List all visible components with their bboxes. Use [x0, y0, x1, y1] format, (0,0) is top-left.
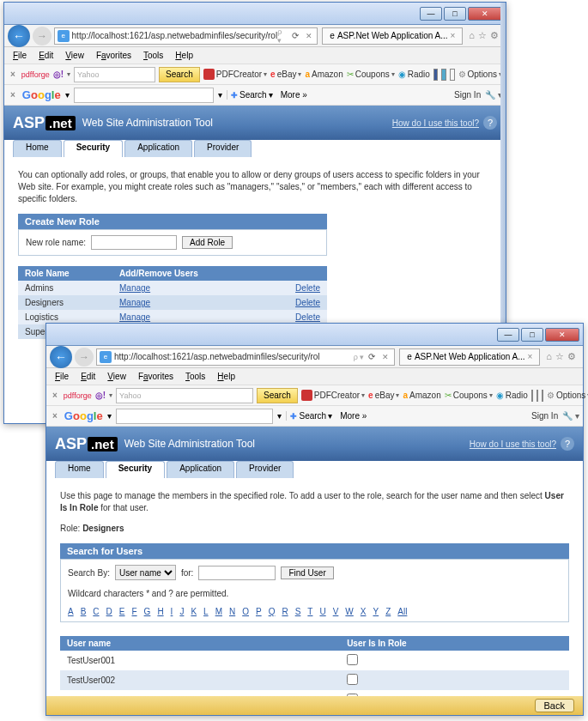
- nav-back-button[interactable]: ←: [50, 346, 72, 368]
- toolbar-close-icon[interactable]: ×: [50, 391, 60, 400]
- menu-file[interactable]: File: [8, 51, 32, 60]
- maximize-button[interactable]: □: [444, 7, 466, 21]
- menu-edit[interactable]: Edit: [33, 51, 58, 60]
- amazon-link[interactable]: aAmazon: [305, 70, 342, 79]
- gear-icon[interactable]: ⚙: [490, 30, 499, 41]
- close-button[interactable]: ✕: [468, 7, 502, 21]
- delete-link[interactable]: Delete: [295, 298, 320, 307]
- tab-close-icon[interactable]: ×: [451, 31, 456, 40]
- ebay-link[interactable]: eeBay▾: [270, 70, 301, 79]
- alpha-link[interactable]: M: [215, 607, 222, 616]
- menu-view[interactable]: View: [102, 372, 131, 381]
- menu-tools[interactable]: Tools: [180, 372, 210, 381]
- menu-tools[interactable]: Tools: [138, 51, 168, 60]
- new-role-input[interactable]: [91, 235, 177, 250]
- search-for-input[interactable]: [198, 566, 276, 580]
- minimize-button[interactable]: —: [420, 7, 442, 21]
- tab-application[interactable]: Application: [124, 140, 192, 157]
- nav-forward-button[interactable]: →: [75, 348, 94, 367]
- browser-tab[interactable]: e ASP.Net Web Application A... ×: [399, 348, 540, 366]
- alpha-link[interactable]: F: [131, 607, 136, 616]
- google-search-input[interactable]: [74, 88, 214, 103]
- google-search-button[interactable]: ✚Search▾: [286, 411, 336, 421]
- alpha-link[interactable]: E: [119, 607, 125, 616]
- search-button[interactable]: Search: [159, 67, 200, 82]
- menu-help[interactable]: Help: [170, 51, 198, 60]
- find-user-button[interactable]: Find User: [281, 566, 333, 579]
- gear-icon[interactable]: ⚙: [567, 351, 576, 362]
- manage-link[interactable]: Manage: [119, 298, 150, 307]
- options-link[interactable]: ⚙Options▾: [458, 70, 502, 79]
- alpha-link[interactable]: P: [256, 607, 262, 616]
- help-link[interactable]: How do I use this tool?: [392, 118, 479, 128]
- alpha-link[interactable]: D: [106, 607, 112, 616]
- alpha-link[interactable]: O: [242, 607, 249, 616]
- search-by-select[interactable]: User name: [115, 565, 176, 580]
- toolbar-close-icon[interactable]: ×: [8, 70, 18, 79]
- alpha-link[interactable]: B: [81, 607, 87, 616]
- extra-icon[interactable]: [450, 69, 455, 81]
- home-icon[interactable]: ⌂: [469, 30, 475, 41]
- tab-home[interactable]: Home: [55, 461, 104, 478]
- menu-edit[interactable]: Edit: [76, 372, 100, 381]
- delete-link[interactable]: Delete: [295, 312, 320, 322]
- pdfcreator-link[interactable]: PDFCreator▾: [301, 390, 365, 401]
- help-icon[interactable]: ?: [483, 116, 497, 130]
- menu-view[interactable]: View: [60, 51, 89, 60]
- alpha-link[interactable]: I: [171, 607, 173, 616]
- star-icon[interactable]: ☆: [478, 30, 487, 41]
- toolbar-close-icon[interactable]: ×: [50, 411, 60, 421]
- ebay-link[interactable]: eeBay▾: [368, 391, 399, 400]
- alpha-link[interactable]: L: [203, 607, 209, 616]
- amazon-link[interactable]: aAmazon: [403, 391, 440, 400]
- alpha-link[interactable]: K: [191, 607, 197, 616]
- reload-icon[interactable]: ⟳: [364, 352, 379, 361]
- manage-link[interactable]: Manage: [119, 283, 150, 293]
- yahoo-search-input[interactable]: Yahoo: [116, 388, 253, 403]
- pdfcreator-link[interactable]: PDFCreator▾: [203, 69, 267, 80]
- add-role-button[interactable]: Add Role: [182, 236, 233, 249]
- manage-link[interactable]: Manage: [119, 312, 150, 322]
- facebook-icon[interactable]: [531, 390, 533, 402]
- alpha-link[interactable]: V: [333, 607, 339, 616]
- alpha-link[interactable]: G: [144, 607, 151, 616]
- in-role-checkbox[interactable]: [347, 674, 358, 685]
- alpha-link[interactable]: S: [295, 607, 301, 616]
- tab-provider[interactable]: Provider: [194, 140, 252, 157]
- menu-file[interactable]: File: [50, 372, 74, 381]
- stop-icon[interactable]: ✕: [303, 32, 315, 40]
- address-bar[interactable]: e http://localhost:1621/asp.netwebadminf…: [54, 27, 318, 45]
- alpha-link[interactable]: X: [361, 607, 367, 616]
- close-button[interactable]: ✕: [545, 328, 579, 342]
- stop-icon[interactable]: ✕: [379, 353, 391, 361]
- in-role-checkbox[interactable]: [347, 654, 358, 665]
- alpha-link[interactable]: H: [157, 607, 163, 616]
- browser-tab[interactable]: e ASP.Net Web Application A... ×: [322, 27, 463, 45]
- sign-in-link[interactable]: Sign In: [454, 90, 481, 100]
- reload-icon[interactable]: ⟳: [288, 31, 302, 40]
- google-search-input[interactable]: [116, 409, 274, 424]
- alpha-link[interactable]: R: [282, 607, 288, 616]
- alpha-link[interactable]: Z: [385, 607, 391, 616]
- google-more[interactable]: More »: [281, 90, 307, 100]
- facebook-icon[interactable]: [433, 69, 439, 81]
- tab-application[interactable]: Application: [167, 461, 234, 478]
- nav-forward-button[interactable]: →: [33, 27, 52, 45]
- social-icon[interactable]: [536, 390, 538, 402]
- alpha-link[interactable]: C: [93, 607, 99, 616]
- star-icon[interactable]: ☆: [555, 351, 564, 362]
- alpha-link[interactable]: U: [319, 607, 325, 616]
- alpha-link[interactable]: N: [229, 607, 235, 616]
- radio-link[interactable]: ◉Radio: [398, 70, 430, 79]
- tab-close-icon[interactable]: ×: [528, 352, 533, 361]
- toolbar-close-icon[interactable]: ×: [8, 90, 18, 100]
- social-icon[interactable]: [441, 69, 446, 81]
- alpha-link[interactable]: Q: [269, 607, 276, 616]
- menu-help[interactable]: Help: [212, 372, 240, 381]
- help-icon[interactable]: ?: [561, 437, 574, 451]
- extra-icon[interactable]: [542, 390, 543, 402]
- tab-provider[interactable]: Provider: [236, 461, 294, 478]
- home-icon[interactable]: ⌂: [546, 351, 552, 362]
- alpha-link[interactable]: J: [179, 607, 184, 616]
- alpha-link[interactable]: Y: [373, 607, 379, 616]
